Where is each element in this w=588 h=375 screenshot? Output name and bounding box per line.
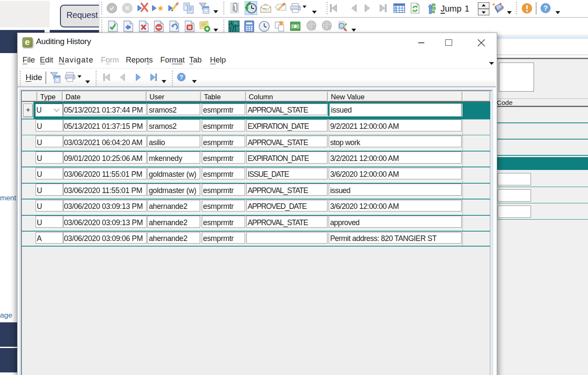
svg-text:?: ?: [543, 4, 548, 12]
svg-text:1: 1: [312, 24, 315, 31]
svg-text:2: 2: [328, 24, 331, 31]
svg-text:?: ?: [180, 74, 183, 80]
